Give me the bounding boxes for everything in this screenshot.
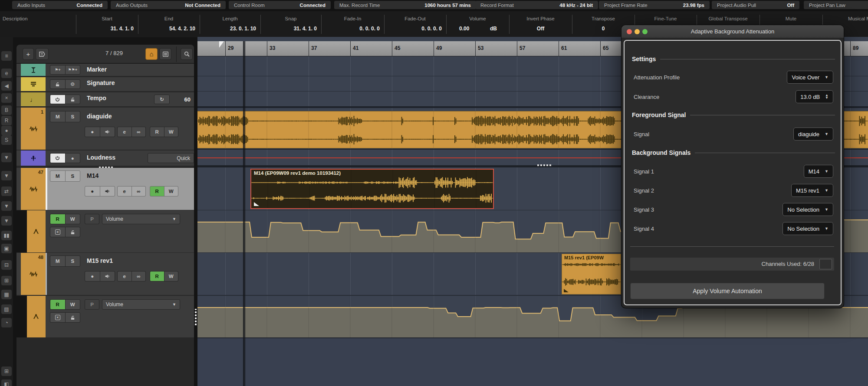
chevron-down-icon[interactable]: ▼ xyxy=(1,171,12,180)
pause-bars-icon[interactable]: ▮▮ xyxy=(1,231,12,240)
track-filter-icon[interactable] xyxy=(36,48,49,60)
tempo-value[interactable]: 60 xyxy=(184,96,191,103)
chevron-down-icon[interactable]: ▼ xyxy=(1,201,12,211)
punch-button[interactable]: P xyxy=(85,299,99,310)
monitor-speaker-icon[interactable] xyxy=(100,127,115,137)
half-box-icon[interactable]: ◧ xyxy=(1,379,12,386)
list-rows-icon[interactable]: ▤ xyxy=(1,304,12,314)
dialog-title-bar[interactable]: Adaptive Background Attenuation xyxy=(621,25,844,38)
mixer-icon[interactable]: ▦ xyxy=(1,290,12,299)
add-marker-button[interactable]: ⚑+ xyxy=(50,65,65,74)
info-field-length[interactable]: Length23. 0. 1. 10 xyxy=(200,11,260,37)
toolbar-item-project-pan-law[interactable]: Project Pan Law xyxy=(804,1,868,9)
power-icon[interactable] xyxy=(50,154,65,163)
window-icon[interactable]: ⊟ xyxy=(1,260,12,270)
track-row-diaguide[interactable]: 1 M S diaguide ● e ∞ R W xyxy=(16,108,194,150)
arrow-left-icon[interactable]: ◀ xyxy=(1,81,12,91)
attenuation-profile-dropdown[interactable]: Voice Over▼ xyxy=(787,71,833,84)
monitor-speaker-icon[interactable] xyxy=(100,186,115,196)
chevron-down-icon[interactable]: ▼ xyxy=(1,216,12,226)
signal-3-dropdown[interactable]: No Selection▼ xyxy=(783,203,833,216)
info-field-snap[interactable]: Snap31. 4. 1. 0 xyxy=(260,11,321,37)
menu-icon[interactable]: ≡ xyxy=(1,51,12,61)
panel-resize-handle[interactable] xyxy=(195,309,197,325)
letter-s-icon[interactable]: S xyxy=(1,135,12,145)
track-row-signature[interactable]: ⚙ Signature xyxy=(16,77,194,91)
signal-4-dropdown[interactable]: No Selection▼ xyxy=(783,222,833,235)
apply-volume-automation-button[interactable]: Apply Volume Automation xyxy=(630,283,825,299)
read-automation-button[interactable]: R xyxy=(150,186,164,196)
write-automation-button[interactable]: W xyxy=(164,272,178,281)
monitor-speaker-icon[interactable] xyxy=(100,272,115,281)
toolbar-item-project-audio-pull[interactable]: Project Audio PullOff xyxy=(712,1,799,9)
add-track-button[interactable]: + xyxy=(23,48,34,60)
record-enable-icon[interactable]: ● xyxy=(85,272,100,281)
lane-splitter-handle[interactable] xyxy=(537,164,552,166)
solo-button[interactable]: S xyxy=(66,111,80,122)
mute-button[interactable]: M xyxy=(50,256,65,266)
read-automation-button[interactable]: R xyxy=(50,214,65,224)
record-dot-icon[interactable]: ● xyxy=(1,126,12,135)
info-field-invert-phase[interactable]: Invert PhaseOff xyxy=(509,11,572,37)
write-automation-button[interactable]: W xyxy=(164,186,178,196)
info-field-description[interactable]: Description xyxy=(1,11,76,37)
info-field-end[interactable]: End54. 4. 2. 10 xyxy=(138,11,200,37)
track-row-loudness[interactable]: ● Loudness Quick xyxy=(16,150,194,166)
automation-lane-volume-m15[interactable]: R W × P Volume▼ xyxy=(16,296,194,337)
audio-event-m14[interactable]: M14 (EP09W09 rev1 demo 10193412) xyxy=(250,169,494,209)
signal-2-dropdown[interactable]: M15 rev1▼ xyxy=(791,184,833,197)
write-automation-button[interactable]: W xyxy=(164,127,178,137)
fade-in-handle[interactable] xyxy=(254,202,259,206)
read-automation-button[interactable]: R xyxy=(150,127,164,137)
remove-lane-icon[interactable]: × xyxy=(50,313,65,322)
record-dot-icon[interactable]: ● xyxy=(66,154,80,163)
chevron-down-icon[interactable]: ▼ xyxy=(1,153,12,162)
read-automation-button[interactable]: R xyxy=(50,300,65,309)
add-box-icon[interactable]: ⊞ xyxy=(1,366,12,376)
toolbar-item-control-room[interactable]: Control RoomConnected xyxy=(229,1,331,9)
track-row-marker[interactable]: ⚑+ ⚑⚑+ Marker xyxy=(16,64,194,76)
mute-button[interactable]: M xyxy=(50,171,65,181)
record-enable-icon[interactable]: ● xyxy=(85,186,100,196)
automation-parameter-dropdown[interactable]: Volume▼ xyxy=(102,299,180,310)
project-start-marker[interactable] xyxy=(219,41,224,48)
toolbar-item-max-record-time[interactable]: Max. Record Time1060 hours 57 mins xyxy=(334,1,476,9)
loudness-quick-button[interactable]: Quick xyxy=(148,153,194,163)
record-enable-icon[interactable]: ● xyxy=(85,127,100,137)
letter-r-icon[interactable]: R xyxy=(1,116,12,125)
lock-icon[interactable] xyxy=(66,227,80,237)
info-field-fade-in[interactable]: Fade-In0. 0. 0. 0 xyxy=(321,11,384,37)
grid-icon[interactable]: ⊞ xyxy=(1,276,12,285)
automation-lane-volume-m14[interactable]: R W × P Volume▼ xyxy=(16,210,194,252)
punch-button[interactable]: P xyxy=(85,214,99,224)
close-icon[interactable]: × xyxy=(1,93,12,103)
edit-channel-button[interactable]: e xyxy=(118,272,132,281)
audio-event-m15[interactable]: M15 rev1 (EP09W xyxy=(562,254,621,294)
automation-parameter-dropdown[interactable]: Volume▼ xyxy=(102,214,180,224)
edit-channel-button[interactable]: e xyxy=(118,127,132,137)
write-automation-button[interactable]: W xyxy=(66,300,80,309)
stereo-icon[interactable]: ∞ xyxy=(132,186,146,196)
lock-icon[interactable] xyxy=(50,80,65,88)
fade-in-handle[interactable] xyxy=(564,289,569,292)
edit-icon[interactable]: e xyxy=(1,69,12,78)
track-row-tempo[interactable]: ♩ Tempo ↻ 60 xyxy=(16,92,194,106)
playhead-cursor[interactable] xyxy=(243,41,245,386)
signal-1-dropdown[interactable]: M14▼ xyxy=(804,165,833,178)
track-row-m15[interactable]: 48 M S M15 rev1 ● e ∞ R W xyxy=(16,253,194,295)
mute-button[interactable]: M xyxy=(50,111,65,122)
stereo-icon[interactable]: ∞ xyxy=(132,272,146,281)
remove-lane-icon[interactable]: × xyxy=(50,227,65,237)
search-icon[interactable] xyxy=(181,48,193,60)
panel-icon[interactable]: ▣ xyxy=(1,244,12,253)
toolbar-item-record-format[interactable]: Record Format48 kHz - 24 bit xyxy=(475,1,598,9)
swap-icon[interactable]: ⇄ xyxy=(1,186,12,196)
info-field-fade-out[interactable]: Fade-Out0. 0. 0. 0 xyxy=(384,11,446,37)
list-view-icon[interactable] xyxy=(159,48,171,60)
clearance-stepper[interactable]: 13.0 dB▲▼ xyxy=(796,90,833,103)
read-automation-button[interactable]: R xyxy=(150,272,164,281)
toolbar-item-project-frame-rate[interactable]: Project Frame Rate23.98 fps xyxy=(599,1,710,9)
toolbar-item-audio-outputs[interactable]: Audio OutputsNot Connected xyxy=(111,1,226,9)
lock-icon[interactable] xyxy=(66,313,80,322)
home-icon[interactable]: ⌂ xyxy=(145,48,158,60)
